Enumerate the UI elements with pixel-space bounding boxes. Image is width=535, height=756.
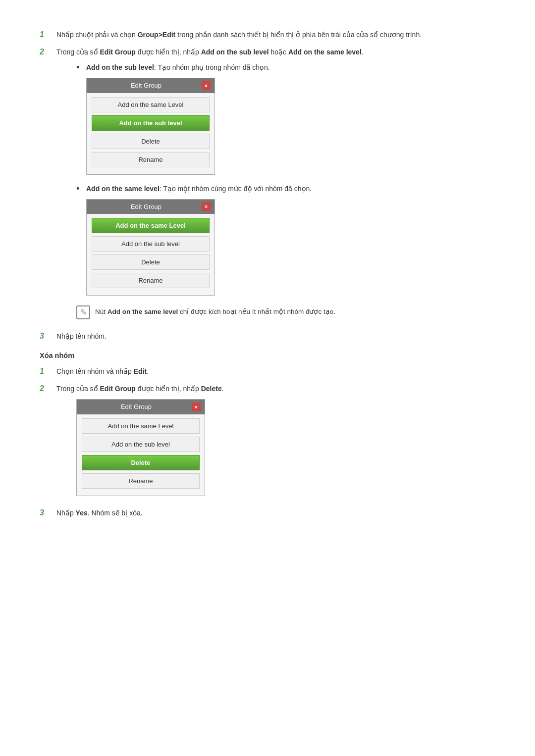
step-2-text: Trong cửa sổ Edit Group được hiển thị, n… — [56, 47, 485, 324]
bullet-dot-1: • — [76, 62, 81, 73]
note-icon: ✎ — [76, 305, 90, 319]
dialog-1-title: Edit Group — [91, 81, 202, 91]
step-1-bold: Group>Edit — [138, 31, 176, 39]
bullet-item-1: • Add on the sub level: Tạo nhóm phụ tro… — [76, 62, 485, 180]
dialog-3-title: Edit Group — [81, 402, 192, 412]
dialog-3-btn2[interactable]: Add on the sub level — [82, 437, 200, 452]
delete-step-1-text: Chọn tên nhóm và nhấp Edit. — [56, 366, 485, 377]
step-1-text: Nhấp chuột phải và chọn Group>Edit trong… — [56, 30, 485, 40]
bullet-1-desc: : Tạo nhóm phụ trong nhóm đã chọn. — [154, 63, 270, 71]
delete-step-2: 2 Trong cửa sổ Edit Group được hiển thị,… — [40, 384, 485, 501]
dialog-1-btn2-active[interactable]: Add on the sub level — [92, 115, 210, 131]
dialog-3-wrapper: Edit Group × Add on the same Level Add o… — [76, 399, 485, 496]
note-box: ✎ Nút Add on the same level chỉ được kíc… — [76, 305, 485, 319]
page-content: 1 Nhấp chuột phải và chọn Group>Edit tro… — [40, 30, 485, 518]
dialog-1-close[interactable]: × — [202, 81, 211, 90]
section-heading-delete: Xóa nhóm — [40, 352, 485, 359]
step-3-number: 3 — [40, 331, 49, 341]
dialog-2-btn2[interactable]: Add on the sub level — [92, 236, 210, 252]
dialog-2-titlebar: Edit Group × — [87, 200, 214, 214]
step-3: 3 Nhập tên nhóm. — [40, 331, 485, 342]
step-2: 2 Trong cửa sổ Edit Group được hiển thị,… — [40, 47, 485, 324]
note-bold: Add on the same level — [107, 308, 178, 315]
delete-step-3: 3 Nhấp Yes. Nhóm sẽ bị xóa. — [40, 508, 485, 518]
dialog-3-body: Add on the same Level Add on the sub lev… — [77, 414, 205, 496]
dialog-1-body: Add on the same Level Add on the sub lev… — [87, 93, 214, 174]
bullet-item-2: • Add on the same level: Tạo một nhóm cù… — [76, 184, 485, 301]
dialog-1-btn3[interactable]: Delete — [92, 134, 210, 149]
dialog-box-3: Edit Group × Add on the same Level Add o… — [76, 399, 205, 496]
step-2-bold1: Edit Group — [100, 48, 136, 56]
dialog-3-close[interactable]: × — [192, 403, 201, 411]
dialog-3-btn3-active[interactable]: Delete — [82, 455, 200, 470]
delete-step-3-number: 3 — [40, 508, 49, 517]
delete-step-3-bold: Yes — [76, 509, 88, 517]
dialog-2-title: Edit Group — [91, 202, 202, 212]
bullet-list: • Add on the sub level: Tạo nhóm phụ tro… — [76, 62, 485, 301]
step-2-bold2: Add on the sub level — [201, 48, 269, 56]
delete-step-2-text: Trong cửa sổ Edit Group được hiển thị, n… — [56, 384, 485, 501]
dialog-box-1: Edit Group × Add on the same Level Add o… — [86, 78, 215, 175]
delete-step-1: 1 Chọn tên nhóm và nhấp Edit. — [40, 366, 485, 377]
delete-step-3-text: Nhấp Yes. Nhóm sẽ bị xóa. — [56, 508, 485, 518]
note-text: Nút Add on the same level chỉ được kích … — [95, 305, 335, 317]
delete-step-1-number: 1 — [40, 366, 49, 376]
dialog-2-body: Add on the same Level Add on the sub lev… — [87, 214, 214, 295]
delete-step-2-number: 2 — [40, 384, 49, 393]
dialog-3-btn1[interactable]: Add on the same Level — [82, 418, 200, 434]
bullet-content-2: Add on the same level: Tạo một nhóm cùng… — [86, 184, 485, 301]
step-1: 1 Nhấp chuột phải và chọn Group>Edit tro… — [40, 30, 485, 40]
delete-step-1-bold: Edit — [134, 367, 147, 375]
bullet-content-1: Add on the sub level: Tạo nhóm phụ trong… — [86, 62, 485, 180]
step-1-number: 1 — [40, 30, 49, 39]
dialog-1-titlebar: Edit Group × — [87, 78, 214, 93]
dialog-1-btn4[interactable]: Rename — [92, 152, 210, 167]
step-2-number: 2 — [40, 47, 49, 56]
dialog-3-btn4[interactable]: Rename — [82, 473, 200, 489]
dialog-1-btn1[interactable]: Add on the same Level — [92, 97, 210, 112]
dialog-2-btn4[interactable]: Rename — [92, 273, 210, 288]
dialog-2-btn1-active[interactable]: Add on the same Level — [92, 218, 210, 233]
delete-step-2-bold1: Edit Group — [100, 385, 136, 393]
dialog-2-btn3[interactable]: Delete — [92, 254, 210, 270]
dialog-2-close[interactable]: × — [202, 202, 211, 211]
step-3-text: Nhập tên nhóm. — [56, 331, 485, 342]
bullet-1-label: Add on the sub level — [86, 63, 154, 71]
dialog-3-titlebar: Edit Group × — [77, 400, 205, 414]
bullet-2-label: Add on the same level — [86, 185, 160, 193]
step-2-bold3: Add on the same level — [288, 48, 362, 56]
bullet-dot-2: • — [76, 184, 81, 195]
delete-step-2-bold2: Delete — [201, 385, 222, 393]
dialog-box-2: Edit Group × Add on the same Level Add o… — [86, 199, 215, 296]
bullet-2-desc: : Tạo một nhóm cùng mức độ với nhóm đã c… — [160, 185, 312, 193]
